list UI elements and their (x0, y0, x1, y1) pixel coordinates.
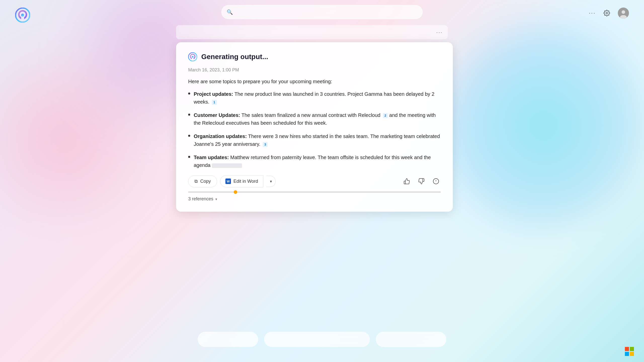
references-chevron-icon: ▾ (215, 197, 217, 201)
bullet-label-project: Project updates: (194, 91, 233, 97)
thumbs-down-button[interactable] (417, 176, 426, 186)
bullet-dot (188, 114, 190, 116)
doc-bar-options[interactable]: ··· (436, 29, 443, 35)
suggestion-pill-1[interactable] (198, 332, 258, 347)
bullet-content-customer: The sales team finalized a new annual co… (242, 112, 381, 118)
right-actions (402, 176, 441, 186)
progress-bar (188, 191, 441, 193)
bullet-dot (188, 156, 190, 158)
svg-rect-14 (630, 352, 634, 356)
list-item: Team updates: Matthew returned from pate… (188, 154, 441, 169)
copy-label: Copy (200, 179, 211, 184)
action-bar: ⧉ Copy W Edit in Word ▾ (188, 175, 441, 187)
references-row[interactable]: 3 references ▾ (188, 196, 441, 202)
progress-indicator (234, 190, 237, 194)
bullet-label-customer: Customer Updates: (194, 112, 240, 118)
word-icon: W (225, 178, 231, 184)
thumbs-up-button[interactable] (402, 176, 412, 186)
list-item: Organization updates: There were 3 new h… (188, 132, 441, 148)
copy-icon: ⧉ (194, 179, 198, 184)
bullet-label-org: Organization updates: (194, 133, 247, 139)
svg-point-2 (606, 12, 608, 14)
edit-word-dropdown-button[interactable]: ▾ (266, 176, 276, 187)
svg-point-1 (21, 14, 24, 17)
copilot-icon-small (188, 52, 197, 61)
citation-2[interactable]: 2 (383, 113, 388, 118)
bg-blob-blue (443, 25, 644, 226)
svg-point-4 (622, 10, 625, 14)
search-icon: 🔍 (227, 9, 233, 15)
response-card: Generating output... March 16, 2023, 1:0… (176, 42, 453, 212)
svg-rect-13 (625, 352, 629, 356)
list-item: Customer Updates: The sales team finaliz… (188, 111, 441, 127)
bullet-dot (188, 135, 190, 137)
search-bar[interactable]: 🔍 (221, 5, 423, 19)
list-item: Project updates: The new product line wa… (188, 90, 441, 106)
progress-bar-fill (188, 191, 441, 193)
main-area: ··· (171, 25, 473, 212)
bullet-text: Customer Updates: The sales team finaliz… (194, 111, 441, 127)
user-avatar[interactable] (618, 8, 629, 19)
intro-text: Here are some topics to prepare you for … (188, 78, 441, 85)
windows-logo (625, 347, 634, 357)
timestamp: March 16, 2023, 1:00 PM (188, 67, 441, 73)
copilot-logo[interactable] (15, 8, 30, 23)
bullet-text: Organization updates: There were 3 new h… (194, 132, 441, 148)
copy-button[interactable]: ⧉ Copy (188, 175, 217, 187)
edit-in-word-button[interactable]: W Edit in Word (220, 175, 263, 187)
left-actions: ⧉ Copy W Edit in Word ▾ (188, 175, 276, 187)
suggestion-pill-3[interactable] (376, 332, 446, 347)
citation-3[interactable]: 3 (263, 142, 268, 147)
generating-text-blur (212, 163, 242, 168)
svg-rect-11 (625, 347, 629, 351)
card-header: Generating output... (188, 52, 441, 61)
references-label: 3 references (188, 196, 213, 202)
more-options-icon[interactable]: ··· (589, 10, 596, 16)
bullet-dot (188, 93, 190, 95)
citation-1[interactable]: 1 (212, 100, 217, 105)
top-bar: 🔍 ··· (0, 5, 644, 19)
top-right-controls: ··· (589, 8, 629, 19)
chevron-down-icon: ▾ (270, 179, 272, 184)
flag-button[interactable] (431, 176, 441, 186)
bullet-text: Team updates: Matthew returned from pate… (194, 154, 441, 169)
generating-title: Generating output... (201, 53, 268, 61)
settings-icon[interactable] (602, 8, 612, 18)
bottom-pills (184, 332, 460, 347)
doc-bar: ··· (176, 25, 448, 39)
svg-point-7 (192, 56, 193, 58)
bullet-label-team: Team updates: (194, 155, 229, 160)
edit-word-label: Edit in Word (233, 179, 258, 184)
bullet-list: Project updates: The new product line wa… (188, 90, 441, 169)
search-input[interactable] (236, 10, 417, 15)
suggestion-pill-2[interactable] (264, 332, 370, 347)
bullet-text: Project updates: The new product line wa… (194, 90, 441, 106)
svg-rect-12 (630, 347, 634, 351)
